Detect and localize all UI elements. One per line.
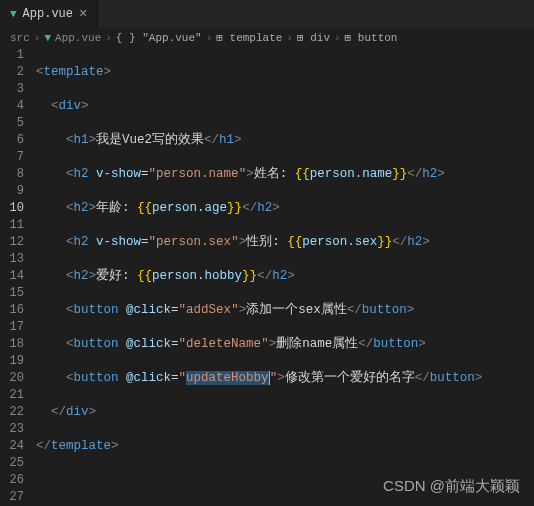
breadcrumb-item[interactable]: App.vue: [55, 32, 101, 44]
gutter: 1234567891011121314151617181920212223242…: [0, 47, 36, 506]
tab-app-vue[interactable]: ▼ App.vue ×: [0, 0, 98, 28]
breadcrumb-item[interactable]: src: [10, 32, 30, 44]
breadcrumb[interactable]: src› ▼ App.vue› { } "App.vue"› ⊞ templat…: [0, 28, 534, 47]
tab-label: App.vue: [23, 7, 73, 21]
vue-icon: ▼: [44, 32, 51, 44]
breadcrumb-item: ⊞ button: [345, 31, 398, 44]
vue-icon: ▼: [10, 8, 17, 20]
code-area[interactable]: <template> <div> <h1>我是Vue2写的效果</h1> <h2…: [36, 47, 534, 506]
watermark: CSDN @前端大颖颖: [383, 477, 520, 496]
tab-bar: ▼ App.vue ×: [0, 0, 534, 28]
breadcrumb-item: ⊞ div: [297, 31, 330, 44]
editor[interactable]: 1234567891011121314151617181920212223242…: [0, 47, 534, 506]
close-icon[interactable]: ×: [79, 6, 87, 22]
breadcrumb-item: ⊞ template: [216, 31, 282, 44]
breadcrumb-item[interactable]: { } "App.vue": [116, 32, 202, 44]
